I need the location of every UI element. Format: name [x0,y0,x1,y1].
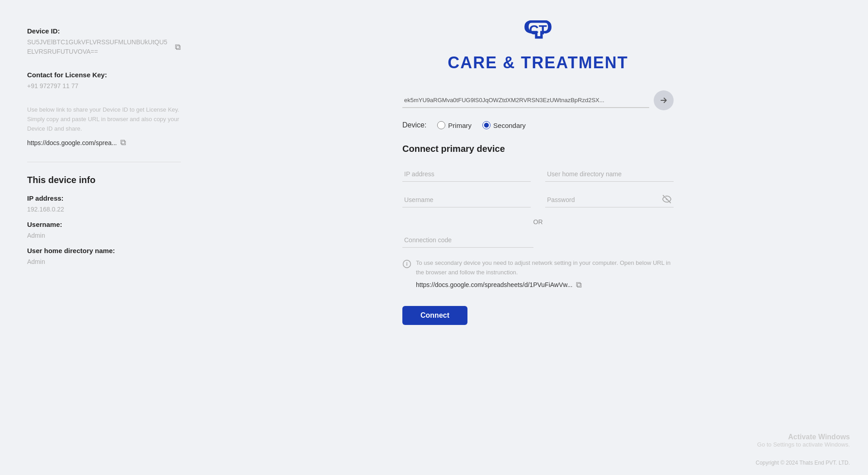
secondary-radio-input[interactable] [482,121,491,129]
info-url-row: https://docs.google.com/spreadsheets/d/1… [416,280,674,290]
connect-section: Connect primary device [402,144,674,325]
password-field [545,193,674,207]
license-key-input[interactable] [402,93,649,108]
home-dir-input[interactable] [545,167,674,182]
info-box: To use secondary device you need to adju… [402,259,674,290]
home-dir-value: Admin [27,257,181,267]
contact-value: +91 972797 11 77 [27,81,181,91]
ip-address-field [402,167,531,182]
activate-windows-title: Activate Windows [757,433,850,441]
ip-address-input[interactable] [402,167,531,182]
logo-area: CT CARE & TREATMENT [448,18,628,72]
app-logo-icon: CT [520,18,556,50]
info-icon [402,259,411,268]
info-box-content: To use secondary device you need to adju… [416,259,674,290]
activate-windows-sub: Go to Settings to activate Windows. [757,441,850,448]
share-url-text: https://docs.google.com/sprea... [27,139,117,146]
device-id-section: Device ID: SU5JVElBTC1GUkVFLVRSSUFMLUNBU… [27,27,181,56]
username-label: Username: [27,221,181,228]
info-box-text: To use secondary device you need to adju… [416,259,674,277]
license-submit-button[interactable] [654,90,674,110]
contact-label: Contact for License Key: [27,71,181,79]
device-id-value: SU5JVElBTC1GUkVFLVRSSUFMLUNBUkUtQU5ELVRS… [27,38,171,56]
left-panel: Device ID: SU5JVElBTC1GUkVFLVRSSUFMLUNBU… [0,0,208,475]
svg-text:CT: CT [529,22,547,37]
username-value: Admin [27,231,181,240]
connection-code-input[interactable] [402,233,533,248]
copy-info-url-icon[interactable]: ⧉ [576,280,582,290]
device-label: Device: [402,121,426,129]
connect-title: Connect primary device [402,144,674,154]
device-info-title: This device info [27,175,181,185]
home-dir-row: User home directory name: Admin [27,247,181,267]
copy-share-url-icon[interactable]: ⧉ [120,138,126,147]
this-device-info-section: This device info IP address: 192.168.0.2… [27,175,181,267]
windows-activate-notice: Activate Windows Go to Settings to activ… [757,433,850,448]
username-row: Username: Admin [27,221,181,240]
right-panel: CT CARE & TREATMENT Device: Primary Seco… [208,0,868,475]
home-dir-field [545,167,674,182]
copyright-text: Copyright © 2024 Thats End PVT. LTD. [756,460,850,466]
home-dir-label: User home directory name: [27,247,181,254]
ip-address-label: IP address: [27,194,181,202]
secondary-radio-option[interactable]: Secondary [482,121,526,129]
ip-address-row: IP address: 192.168.0.22 [27,194,181,214]
primary-radio-label: Primary [448,122,472,129]
logo-text: CARE & TREATMENT [448,53,628,72]
connection-code-row [402,233,674,248]
secondary-radio-label: Secondary [493,122,526,129]
toggle-password-icon[interactable] [662,194,672,206]
license-key-row [402,90,674,110]
username-field [402,193,531,207]
share-info-text: Use below link to share your Device ID t… [27,105,181,133]
copy-device-id-icon[interactable]: ⧉ [175,42,181,52]
section-divider [27,162,181,162]
username-input[interactable] [402,193,531,207]
info-url-text: https://docs.google.com/spreadsheets/d/1… [416,281,572,288]
ip-address-value: 192.168.0.22 [27,205,181,214]
form-row-1 [402,167,674,182]
connect-button[interactable]: Connect [402,306,467,325]
or-divider: OR [402,218,674,226]
device-radio-row: Device: Primary Secondary [402,121,674,129]
share-link-section: Use below link to share your Device ID t… [27,105,181,147]
contact-section: Contact for License Key: +91 972797 11 7… [27,71,181,91]
primary-radio-input[interactable] [437,121,445,129]
primary-radio-option[interactable]: Primary [437,121,472,129]
device-id-label: Device ID: [27,27,181,35]
form-row-2 [402,193,674,207]
password-input[interactable] [545,193,674,207]
